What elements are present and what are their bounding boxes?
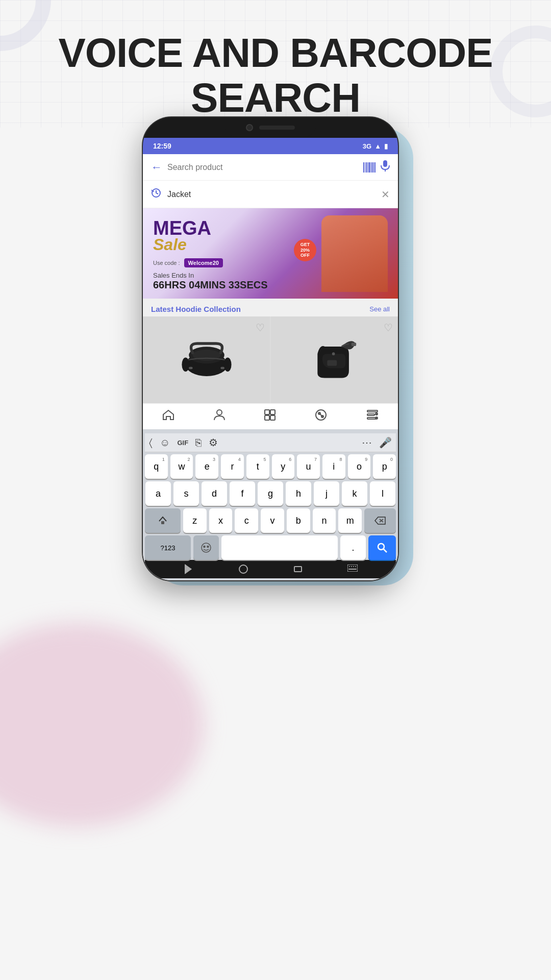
nav-home[interactable]: [162, 409, 174, 424]
heart-icon-duffle[interactable]: ♡: [256, 322, 265, 334]
svg-rect-0: [363, 162, 364, 173]
nav-offers[interactable]: [315, 409, 327, 424]
key-y[interactable]: y6: [272, 454, 295, 479]
key-h[interactable]: h: [286, 481, 311, 506]
notch-cutout: [224, 118, 316, 137]
phone-screen: ←: [143, 154, 398, 580]
nav-home-button[interactable]: [239, 565, 248, 574]
svg-point-35: [375, 416, 378, 420]
recent-search-item[interactable]: Jacket ✕: [143, 181, 398, 208]
heart-icon-sling[interactable]: ♡: [384, 322, 393, 334]
svg-rect-44: [347, 565, 358, 572]
svg-rect-36: [161, 521, 164, 524]
kb-gif-button[interactable]: GIF: [177, 439, 188, 447]
key-j[interactable]: j: [314, 481, 339, 506]
key-f[interactable]: f: [230, 481, 255, 506]
bottom-nav: [143, 403, 398, 429]
key-k[interactable]: k: [342, 481, 367, 506]
section-title: Latest Hoodie Collection: [151, 305, 241, 313]
kb-clipboard-button[interactable]: ⎘: [195, 437, 202, 449]
kb-settings-button[interactable]: ⚙: [209, 436, 218, 449]
key-period[interactable]: .: [340, 535, 366, 560]
kb-back-button[interactable]: 〈: [149, 437, 153, 449]
key-o[interactable]: o9: [348, 454, 371, 479]
kb-dots-button[interactable]: ⋯: [362, 436, 372, 449]
key-b[interactable]: b: [287, 508, 310, 533]
product-card-duffle[interactable]: ♡: [143, 316, 270, 403]
key-t[interactable]: t5: [246, 454, 269, 479]
camera-dot: [246, 124, 253, 131]
key-space[interactable]: [221, 535, 338, 560]
svg-rect-31: [367, 410, 378, 412]
svg-rect-10: [385, 169, 386, 172]
nav-recents-button[interactable]: [294, 566, 302, 572]
nav-profile[interactable]: [214, 409, 225, 424]
sling-bag-image: [310, 337, 359, 383]
key-emoji[interactable]: [193, 535, 219, 560]
search-back-button[interactable]: ←: [151, 161, 162, 174]
key-search[interactable]: [368, 535, 396, 560]
nav-categories[interactable]: [264, 409, 276, 424]
key-g[interactable]: g: [258, 481, 283, 506]
duffle-bag-image: [179, 337, 235, 383]
status-icons: 3G ▲ ▮: [363, 142, 388, 150]
key-p[interactable]: p0: [373, 454, 396, 479]
page-title-area: VOICE AND BARCODE SEARCH: [0, 15, 551, 131]
key-m[interactable]: m: [338, 508, 362, 533]
clear-search-button[interactable]: ✕: [381, 188, 390, 201]
key-c[interactable]: c: [235, 508, 258, 533]
svg-rect-20: [327, 360, 337, 365]
key-x[interactable]: x: [209, 508, 233, 533]
svg-point-22: [217, 410, 222, 415]
home-icon: [162, 409, 174, 424]
key-shift[interactable]: [145, 508, 181, 533]
svg-rect-9: [383, 160, 387, 167]
keyboard-bottom-row: ?123 .: [145, 535, 396, 560]
battery-icon: ▮: [384, 142, 388, 150]
barcode-icon[interactable]: [363, 162, 375, 173]
key-symbols[interactable]: ?123: [145, 535, 191, 560]
product-grid: ♡: [143, 316, 398, 403]
svg-rect-24: [270, 410, 275, 414]
bg-blob: [0, 623, 204, 827]
key-i[interactable]: i8: [322, 454, 345, 479]
nav-more[interactable]: [366, 409, 379, 424]
speaker-grill: [259, 126, 295, 130]
nav-keyboard-button[interactable]: [347, 565, 358, 574]
svg-rect-4: [369, 162, 370, 173]
key-backspace[interactable]: [364, 508, 396, 533]
key-r[interactable]: r4: [221, 454, 244, 479]
key-d[interactable]: d: [202, 481, 227, 506]
svg-point-42: [378, 544, 384, 550]
key-a[interactable]: a: [145, 481, 171, 506]
section-header: Latest Hoodie Collection See all: [143, 299, 398, 316]
keyboard-row-2: a s d f g h j k l: [145, 481, 396, 506]
svg-rect-33: [367, 418, 376, 419]
banner-model: [316, 208, 393, 299]
keyboard-toolbar: 〈 ☺ GIF ⎘ ⚙ ⋯ 🎤: [145, 433, 396, 452]
key-n[interactable]: n: [313, 508, 336, 533]
svg-point-19: [332, 352, 335, 355]
offers-icon: [315, 409, 327, 424]
key-e[interactable]: e3: [195, 454, 218, 479]
status-bar: 12:59 3G ▲ ▮: [143, 138, 398, 154]
key-w[interactable]: w2: [170, 454, 193, 479]
kb-emoji-button[interactable]: ☺: [160, 437, 170, 449]
key-z[interactable]: z: [183, 508, 207, 533]
key-q[interactable]: q1: [145, 454, 168, 479]
kb-mic-toolbar-button[interactable]: 🎤: [379, 436, 392, 449]
svg-rect-8: [374, 162, 375, 173]
more-icon: [366, 409, 379, 424]
key-s[interactable]: s: [173, 481, 199, 506]
product-card-sling[interactable]: ♡: [271, 316, 398, 403]
key-l[interactable]: l: [370, 481, 395, 506]
key-v[interactable]: v: [261, 508, 284, 533]
svg-point-40: [204, 546, 205, 548]
see-all-button[interactable]: See all: [369, 305, 390, 313]
mic-icon[interactable]: [381, 160, 390, 174]
svg-rect-21: [352, 342, 356, 346]
search-input[interactable]: [167, 163, 358, 172]
svg-rect-26: [270, 415, 275, 420]
key-u[interactable]: u7: [297, 454, 320, 479]
nav-back-button[interactable]: [185, 564, 192, 574]
